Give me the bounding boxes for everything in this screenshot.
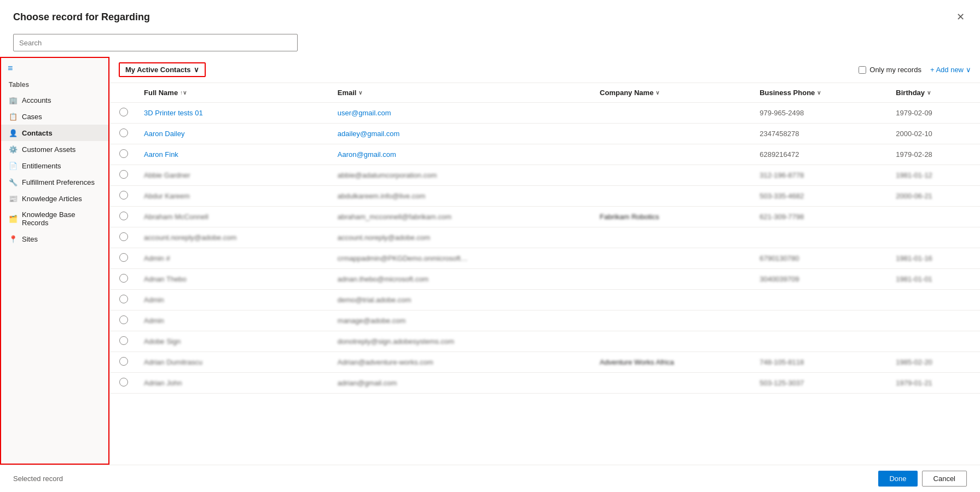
row-select-3[interactable]: [110, 165, 137, 186]
radio-0[interactable]: [119, 108, 128, 116]
table-row[interactable]: Adrian John adrian@gmail.com 503-125-303…: [110, 373, 980, 394]
row-select-2[interactable]: [110, 144, 137, 165]
sidebar-item-cases[interactable]: 📋 Cases: [1, 108, 108, 125]
radio-8[interactable]: [119, 274, 128, 283]
radio-6[interactable]: [119, 232, 128, 241]
row-fullname-8[interactable]: Adnan Thebo: [137, 269, 331, 290]
row-email-3[interactable]: abbie@adatumcorporation.com: [331, 165, 593, 186]
row-select-11[interactable]: [110, 331, 137, 352]
sidebar-item-accounts[interactable]: 🏢 Accounts: [1, 92, 108, 108]
table-row[interactable]: Abbie Gardner abbie@adatumcorporation.co…: [110, 165, 980, 186]
sidebar-item-knowledge-articles[interactable]: 📰 Knowledge Articles: [1, 190, 108, 207]
row-fullname-2[interactable]: Aaron Fink: [137, 144, 331, 165]
row-fullname-0[interactable]: 3D Printer tests 01: [137, 103, 331, 124]
row-fullname-9[interactable]: Admin: [137, 290, 331, 311]
row-fullname-3[interactable]: Abbie Gardner: [137, 165, 331, 186]
col-company-name[interactable]: Company Name ∨: [593, 83, 753, 103]
company-sort-icon[interactable]: ∨: [656, 90, 659, 96]
only-my-records-label[interactable]: Only my records: [859, 66, 921, 74]
radio-7[interactable]: [119, 253, 128, 262]
radio-3[interactable]: [119, 170, 128, 179]
row-company-3: [593, 165, 753, 186]
row-select-1[interactable]: [110, 124, 137, 144]
row-email-6[interactable]: account.noreply@adobe.com: [331, 227, 593, 248]
row-email-0[interactable]: user@gmail.com: [331, 103, 593, 124]
row-select-9[interactable]: [110, 290, 137, 311]
close-button[interactable]: ✕: [954, 9, 967, 25]
col-business-phone[interactable]: Business Phone ∨: [753, 83, 889, 103]
row-select-10[interactable]: [110, 311, 137, 331]
row-select-4[interactable]: [110, 186, 137, 207]
row-email-5[interactable]: abraham_mcconnell@fabrikam.com: [331, 207, 593, 227]
radio-2[interactable]: [119, 149, 128, 158]
row-email-13[interactable]: adrian@gmail.com: [331, 373, 593, 394]
radio-12[interactable]: [119, 357, 128, 366]
row-email-1[interactable]: adailey@gmail.com: [331, 124, 593, 144]
row-email-11[interactable]: donotreply@sign.adobesystems.com: [331, 331, 593, 352]
row-fullname-10[interactable]: Admin: [137, 311, 331, 331]
table-row[interactable]: Admin # crmappadmin@PKGDemo.onmicrosoft……: [110, 248, 980, 269]
row-fullname-1[interactable]: Aaron Dailey: [137, 124, 331, 144]
row-email-12[interactable]: Adrian@adventure-works.com: [331, 352, 593, 373]
table-row[interactable]: Admin manage@adobe.com: [110, 311, 980, 331]
col-full-name[interactable]: Full Name ↑∨: [137, 83, 331, 103]
phone-sort-icon[interactable]: ∨: [817, 90, 821, 96]
birthday-sort-icon[interactable]: ∨: [927, 90, 931, 96]
col-birthday[interactable]: Birthday ∨: [889, 83, 980, 103]
sidebar-item-contacts[interactable]: 👤 Contacts: [1, 125, 108, 141]
only-my-records-checkbox[interactable]: [859, 66, 866, 74]
table-row[interactable]: Aaron Fink Aaron@gmail.com 6289216472 19…: [110, 144, 980, 165]
row-select-13[interactable]: [110, 373, 137, 394]
radio-1[interactable]: [119, 128, 128, 137]
email-sort-icon[interactable]: ∨: [358, 90, 362, 96]
table-row[interactable]: Adnan Thebo adnan.thebo@microsoft.com 30…: [110, 269, 980, 290]
col-email[interactable]: Email ∨: [331, 83, 593, 103]
done-button[interactable]: Done: [878, 471, 917, 487]
sidebar-item-customer-assets[interactable]: ⚙️ Customer Assets: [1, 141, 108, 157]
table-row[interactable]: Aaron Dailey adailey@gmail.com 234745827…: [110, 124, 980, 144]
sidebar-item-fulfillment-preferences[interactable]: 🔧 Fulfillment Preferences: [1, 174, 108, 190]
full-name-sort-icon[interactable]: ↑∨: [180, 90, 187, 96]
row-fullname-6[interactable]: account.noreply@adobe.com: [137, 227, 331, 248]
row-select-6[interactable]: [110, 227, 137, 248]
row-fullname-4[interactable]: Abdur Kareem: [137, 186, 331, 207]
view-selector-button[interactable]: My Active Contacts ∨: [119, 62, 206, 77]
radio-10[interactable]: [119, 315, 128, 324]
radio-5[interactable]: [119, 212, 128, 220]
sidebar-item-entitlements[interactable]: 📄 Entitlements: [1, 157, 108, 174]
table-row[interactable]: 3D Printer tests 01 user@gmail.com 979-9…: [110, 103, 980, 124]
table-row[interactable]: Abraham McConnell abraham_mcconnell@fabr…: [110, 207, 980, 227]
row-select-12[interactable]: [110, 352, 137, 373]
row-select-7[interactable]: [110, 248, 137, 269]
row-select-5[interactable]: [110, 207, 137, 227]
row-email-8[interactable]: adnan.thebo@microsoft.com: [331, 269, 593, 290]
row-select-8[interactable]: [110, 269, 137, 290]
radio-9[interactable]: [119, 295, 128, 303]
table-row[interactable]: Adobe Sign donotreply@sign.adobesystems.…: [110, 331, 980, 352]
table-row[interactable]: Abdur Kareem abdulkareem.info@live.com 5…: [110, 186, 980, 207]
hamburger-icon[interactable]: ≡: [1, 58, 108, 79]
row-email-9[interactable]: demo@trial.adobe.com: [331, 290, 593, 311]
row-email-2[interactable]: Aaron@gmail.com: [331, 144, 593, 165]
row-fullname-7[interactable]: Admin #: [137, 248, 331, 269]
row-email-10[interactable]: manage@adobe.com: [331, 311, 593, 331]
row-fullname-5[interactable]: Abraham McConnell: [137, 207, 331, 227]
row-birthday-7: 1981-01-16: [889, 248, 980, 269]
search-input[interactable]: [13, 34, 298, 51]
row-fullname-13[interactable]: Adrian John: [137, 373, 331, 394]
row-select-0[interactable]: [110, 103, 137, 124]
row-email-7[interactable]: crmappadmin@PKGDemo.onmicrosoft…: [331, 248, 593, 269]
radio-11[interactable]: [119, 336, 128, 345]
table-row[interactable]: Admin demo@trial.adobe.com: [110, 290, 980, 311]
sidebar-item-sites[interactable]: 📍 Sites: [1, 231, 108, 247]
table-row[interactable]: Adrian Dumitrascu Adrian@adventure-works…: [110, 352, 980, 373]
row-fullname-11[interactable]: Adobe Sign: [137, 331, 331, 352]
radio-4[interactable]: [119, 191, 128, 200]
add-new-button[interactable]: + Add new ∨: [930, 66, 971, 74]
row-fullname-12[interactable]: Adrian Dumitrascu: [137, 352, 331, 373]
table-row[interactable]: account.noreply@adobe.com account.norepl…: [110, 227, 980, 248]
radio-13[interactable]: [119, 378, 128, 386]
cancel-button[interactable]: Cancel: [922, 471, 967, 487]
row-email-4[interactable]: abdulkareem.info@live.com: [331, 186, 593, 207]
sidebar-item-knowledge-base-records[interactable]: 🗂️ Knowledge Base Records: [1, 207, 108, 231]
